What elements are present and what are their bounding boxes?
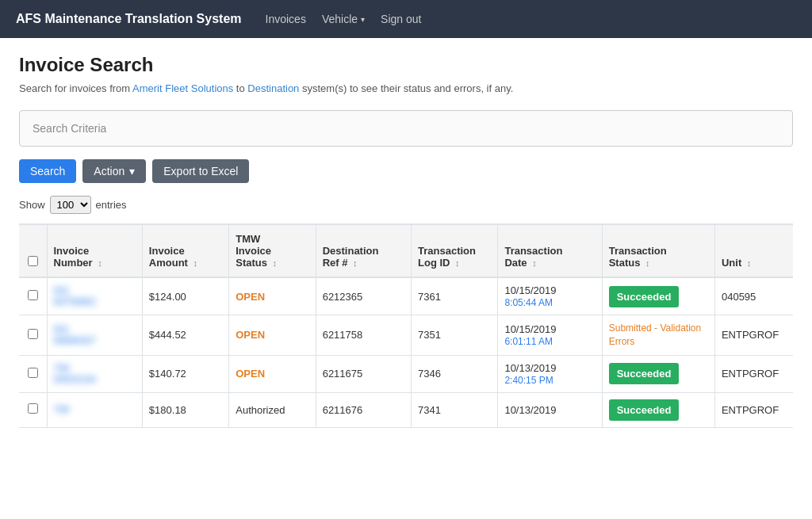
cell-tmw-status: Authorized xyxy=(229,392,316,427)
row-checkbox-cell xyxy=(19,392,47,427)
cell-txn-status: Succeeded xyxy=(602,355,714,392)
page-title: Invoice Search xyxy=(19,54,793,76)
sort-txn-log-icon: ↕ xyxy=(455,258,460,268)
table-row: 706 00003194$140.72OPEN6211675734610/13/… xyxy=(19,355,793,392)
th-txn-status[interactable]: TransactionStatus ↕ xyxy=(602,224,714,277)
sort-invoice-number-icon: ↕ xyxy=(98,258,102,268)
cell-invoice-number: 001 69756862 xyxy=(47,277,142,315)
cell-unit: 040595 xyxy=(714,277,793,315)
cell-dest-ref: 6211758 xyxy=(316,315,411,356)
search-button[interactable]: Search xyxy=(19,159,76,183)
nav-links: Invoices Vehicle ▾ Sign out xyxy=(266,13,422,25)
table-row: 001 69756862$124.00OPEN6212365736110/15/… xyxy=(19,277,793,315)
table-wrapper: InvoiceNumber ↕ InvoiceAmount ↕ TMWInvoi… xyxy=(19,223,793,428)
subtitle-plain: Search for invoices from xyxy=(19,82,132,94)
cell-txn-date: 10/15/20196:01:11 AM xyxy=(498,315,602,356)
page-content: Invoice Search Search for invoices from … xyxy=(0,38,812,444)
sort-txn-date-icon: ↕ xyxy=(532,258,537,268)
cell-invoice-amount: $444.52 xyxy=(142,315,228,356)
cell-tmw-status: OPEN xyxy=(229,315,316,356)
export-button[interactable]: Export to Excel xyxy=(152,159,249,183)
th-unit[interactable]: Unit ↕ xyxy=(714,224,793,277)
cell-txn-log: 7351 xyxy=(412,315,498,356)
action-label: Action xyxy=(94,165,124,177)
navbar: AFS Maintenance Translation System Invoi… xyxy=(0,0,812,38)
row-checkbox[interactable] xyxy=(28,403,38,414)
cell-txn-log: 7341 xyxy=(412,392,498,427)
cell-unit: ENTPGROF xyxy=(714,355,793,392)
invoice-table: InvoiceNumber ↕ InvoiceAmount ↕ TMWInvoi… xyxy=(19,223,793,428)
sort-dest-ref-icon: ↕ xyxy=(353,258,358,268)
row-checkbox[interactable] xyxy=(28,368,38,378)
row-checkbox-cell xyxy=(19,277,47,315)
cell-txn-date: 10/13/2019 xyxy=(498,392,602,427)
th-invoice-amount[interactable]: InvoiceAmount ↕ xyxy=(142,224,228,277)
cell-txn-date: 10/13/20192:40:15 PM xyxy=(498,355,602,392)
th-dest-ref[interactable]: DestinationRef # ↕ xyxy=(316,224,411,277)
action-chevron-icon: ▾ xyxy=(129,165,135,177)
sort-tmw-status-icon: ↕ xyxy=(273,258,278,268)
status-succeeded-badge: Succeeded xyxy=(609,363,680,384)
nav-brand: AFS Maintenance Translation System xyxy=(16,12,242,26)
toolbar: Search Action ▾ Export to Excel xyxy=(19,159,793,183)
cell-txn-log: 7346 xyxy=(412,355,498,392)
table-header-row: InvoiceNumber ↕ InvoiceAmount ↕ TMWInvoi… xyxy=(19,224,793,277)
subtitle-mid: to xyxy=(233,82,247,94)
cell-txn-log: 7361 xyxy=(412,277,498,315)
entries-select[interactable]: 10 25 50 100 xyxy=(50,196,91,214)
invoice-number-link[interactable]: 001 69756862 xyxy=(54,285,136,307)
cell-dest-ref: 6212365 xyxy=(316,277,411,315)
status-succeeded-badge: Succeeded xyxy=(609,286,680,307)
cell-unit: ENTPGROF xyxy=(714,315,793,356)
cell-invoice-amount: $180.18 xyxy=(142,392,228,427)
show-entries: Show 10 25 50 100 entries xyxy=(19,196,793,214)
tmw-status-value: OPEN xyxy=(236,368,265,380)
show-label: Show xyxy=(19,199,45,211)
sort-unit-icon: ↕ xyxy=(747,258,752,268)
cell-invoice-amount: $124.00 xyxy=(142,277,228,315)
row-checkbox[interactable] xyxy=(28,329,38,339)
row-checkbox[interactable] xyxy=(28,290,38,300)
cell-txn-status: Submitted - Validation Errors xyxy=(602,315,714,356)
tmw-status-value: OPEN xyxy=(236,291,265,303)
entries-label: entries xyxy=(96,199,127,211)
table-row: 706$180.18Authorized6211676734110/13/201… xyxy=(19,392,793,427)
search-criteria-label: Search Criteria xyxy=(33,122,106,135)
tmw-status-value: Authorized xyxy=(236,404,285,416)
th-txn-log[interactable]: TransactionLog ID ↕ xyxy=(412,224,498,277)
row-checkbox-cell xyxy=(19,315,47,356)
nav-invoices[interactable]: Invoices xyxy=(266,13,306,25)
th-tmw-status[interactable]: TMWInvoiceStatus ↕ xyxy=(229,224,316,277)
th-checkbox xyxy=(19,224,47,277)
nav-vehicle[interactable]: Vehicle ▾ xyxy=(322,13,365,25)
tmw-status-value: OPEN xyxy=(236,329,265,341)
cell-invoice-number: 706 00003194 xyxy=(47,355,142,392)
status-succeeded-badge: Succeeded xyxy=(609,399,680,421)
nav-signout[interactable]: Sign out xyxy=(381,13,421,25)
cell-unit: ENTPGROF xyxy=(714,392,793,427)
select-all-checkbox[interactable] xyxy=(28,256,38,266)
invoice-number-link[interactable]: 706 xyxy=(54,404,136,415)
subtitle-dest[interactable]: Destination xyxy=(247,82,299,94)
th-invoice-number[interactable]: InvoiceNumber ↕ xyxy=(47,224,142,277)
th-txn-date[interactable]: TransactionDate ↕ xyxy=(498,224,602,277)
invoice-number-link[interactable]: 001 99896307 xyxy=(54,324,136,346)
cell-tmw-status: OPEN xyxy=(229,355,316,392)
sort-invoice-amount-icon: ↕ xyxy=(193,258,198,268)
cell-invoice-amount: $140.72 xyxy=(142,355,228,392)
action-button[interactable]: Action ▾ xyxy=(82,159,146,183)
cell-dest-ref: 6211675 xyxy=(316,355,411,392)
invoice-number-link[interactable]: 706 00003194 xyxy=(54,363,136,385)
vehicle-chevron-icon: ▾ xyxy=(361,15,365,24)
row-checkbox-cell xyxy=(19,355,47,392)
cell-txn-date: 10/15/20198:05:44 AM xyxy=(498,277,602,315)
cell-dest-ref: 6211676 xyxy=(316,392,411,427)
subtitle-amerit[interactable]: Amerit Fleet Solutions xyxy=(132,82,233,94)
search-criteria-box[interactable]: Search Criteria xyxy=(19,110,793,147)
cell-invoice-number: 706 xyxy=(47,392,142,427)
cell-txn-status: Succeeded xyxy=(602,277,714,315)
cell-invoice-number: 001 99896307 xyxy=(47,315,142,356)
status-validation-badge: Submitted - Validation Errors xyxy=(609,322,702,347)
cell-tmw-status: OPEN xyxy=(229,277,316,315)
subtitle-end: system(s) to see their status and errors… xyxy=(299,82,513,94)
